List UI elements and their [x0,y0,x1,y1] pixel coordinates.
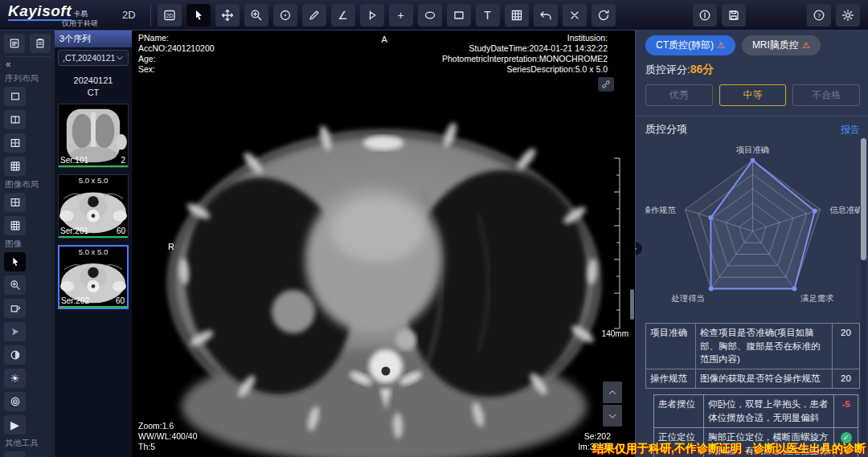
image-target-button[interactable] [4,392,26,411]
help-button[interactable]: ? [807,4,831,27]
ellipse-tool-button[interactable] [418,4,442,27]
chevron-down-icon [608,411,617,421]
series-layout-1-button[interactable] [4,87,26,106]
probe-tool-button[interactable] [273,4,297,27]
report-panel-button[interactable] [30,34,51,53]
image-contrast-button[interactable] [4,345,26,365]
zoom-tool-button[interactable] [244,4,268,27]
qc-radar-chart: 项目准确信息准确满足需求处理得当操作规范 [645,138,860,320]
qc-tab-ct[interactable]: CT质控(肺部)⚠ [645,35,735,55]
image-magnifier-button[interactable] [4,275,26,295]
settings-gear-button[interactable] [836,4,860,27]
cobb-angle-icon [366,9,379,22]
svg-text:项目准确: 项目准确 [735,145,769,154]
series-layout-3x3-icon [10,161,21,172]
series-thumbnail-ser-101[interactable]: Ser:1012 [58,104,129,168]
image-layout-3x3-icon [10,220,21,231]
qc-subtable-row: 患者摆位仰卧位，双臂上举抱头，患者体位摆放合适，无明显偏斜-5 [654,394,858,428]
ruler-length-label: 140mm [602,329,628,338]
scroll-up-button[interactable] [603,382,622,403]
point-tool-button[interactable]: + [389,4,413,27]
thumbnail-progress-bar [59,165,128,167]
delete-annotation-button[interactable] [563,4,587,27]
add-tool-button[interactable]: + [4,451,26,457]
image-viewport[interactable]: PName:AccNO:2401210200Age:Sex: Institusi… [133,31,635,457]
sidebar-icon-grid [4,193,51,235]
cursor-tool-icon [192,9,205,22]
image-cursor-button[interactable] [4,252,26,271]
image-contrast-icon [10,349,21,361]
qc-subrow-label: 患者摆位 [654,394,704,428]
panel-layout-button[interactable] [4,34,25,53]
grade-button-优秀[interactable]: 优秀 [645,84,713,106]
study-dropdown[interactable]: ,CT,20240121 [58,50,129,66]
series-layout-3x3-button[interactable] [4,157,26,176]
series-thumbnail-ser-202[interactable]: 5.0 x 5.0Ser:20260 [58,245,129,309]
thumbnail-image-count: 2 [121,156,125,165]
app-logo: Kayisoft卡易 仅用于科研 [0,3,121,27]
qc-panel-collapse-button[interactable]: › [635,241,643,256]
series-layout-1-icon [10,91,21,102]
qc-report-link[interactable]: 报告 [841,123,860,137]
sidebar-icon-grid [4,87,51,176]
image-flip-rotate-button[interactable] [4,299,26,318]
penalty-score: -5 [841,399,850,409]
series-layout-2col-button[interactable] [4,110,26,129]
link-sync-button[interactable] [598,77,614,92]
cursor-tool-button[interactable] [186,4,211,27]
grade-button-不合格[interactable]: 不合格 [792,84,860,106]
text-tool-button[interactable]: T [476,4,500,27]
image-flip-rotate-icon [10,303,21,314]
help-icon: ? [813,9,825,22]
qc-scrollbar-thumb[interactable] [861,138,866,260]
series-thumbnail-ser-201[interactable]: 5.0 x 5.0Ser:20160 [58,174,129,239]
scroll-down-button[interactable] [603,405,622,426]
panel-layout-icon [9,38,20,49]
sidebar-collapse-button[interactable]: « [4,57,51,70]
mpr-2d-button[interactable]: 2D [158,4,182,27]
overlay-line: Sex: [138,64,215,75]
reset-button[interactable] [592,4,616,27]
undo-button[interactable] [534,4,558,27]
chevron-down-icon [116,54,124,62]
cine-play-button[interactable]: ▶ [4,415,26,435]
save-button[interactable] [722,4,746,27]
sidebar-icon-grid: ☀▶ [4,252,51,435]
layout-grid-button[interactable] [505,4,529,27]
image-layout-3x3-button[interactable] [4,216,26,235]
text-tool-icon: T [484,10,491,21]
series-layout-2x2-button[interactable] [4,133,26,153]
overlay-line: WW/WL:400/40 [138,431,198,442]
qc-grade-buttons: 优秀中等不合格 [645,84,860,106]
qc-score-value: 86分 [690,63,714,75]
thumbnail-series-number: Ser:202 [61,296,89,305]
image-layout-2x2-button[interactable] [4,193,26,212]
qc-row-desc: 检查项目是否准确(项目如脑部、胸部、腹部是否在标准的范围内容) [696,324,833,369]
qc-score-label: 质控评分: [645,63,690,75]
length-tool-button[interactable] [302,4,326,27]
series-panel: 3个序列 ,CT,20240121 20240121 CT Ser:10125.… [55,31,133,457]
qc-row-desc: 图像的获取是否符合操作规范 [696,369,833,389]
cobb-angle-button[interactable] [360,4,384,27]
image-brightness-icon: ☀ [10,373,20,384]
grade-button-中等[interactable]: 中等 [719,84,787,106]
viewer-scrollbar-thumb[interactable] [630,289,634,320]
image-brightness-button[interactable]: ☀ [4,369,26,388]
svg-text:信息准确: 信息准确 [829,206,860,214]
overlay-line: Institusion: [442,33,608,43]
qc-row-score: 20 [833,369,860,389]
image-layout-2x2-icon [10,197,21,208]
pan-tool-button[interactable] [215,4,240,27]
angle-tool-button[interactable]: ∠ [331,4,355,27]
qc-scrollbar-track[interactable] [861,138,866,453]
info-button[interactable] [693,4,717,27]
qc-tab-mri[interactable]: MRI脑质控⚠ [742,35,821,55]
sidebar-section-title: 序列布局 [5,73,51,84]
zoom-info-overlay: Zoom:1.6WW/WL:400/40Th:5 [138,421,198,452]
info-icon [698,9,711,22]
sidebar-section-title: 其他工具 [5,438,51,449]
warning-icon: ⚠ [802,40,810,51]
svg-text:2D: 2D [166,12,173,18]
image-send-button[interactable] [4,322,26,341]
rect-tool-button[interactable] [447,4,471,27]
